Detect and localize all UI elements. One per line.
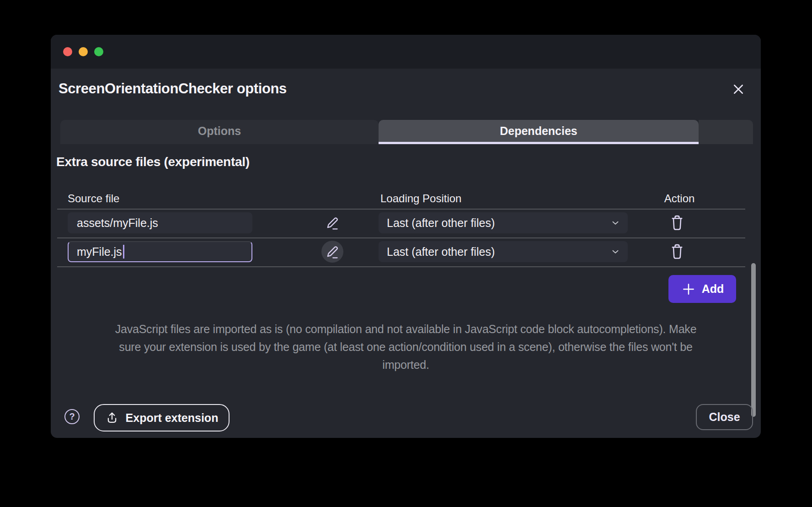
desktop-background: { "titlebar": { "traffic_lights": ["clos… xyxy=(0,0,812,507)
loading-position-value: Last (after other files) xyxy=(387,245,495,259)
text-cursor xyxy=(123,245,124,259)
delete-row-button[interactable] xyxy=(668,212,686,233)
dialog-title: ScreenOrientationChecker options xyxy=(59,81,287,97)
window-minimize-traffic-light[interactable] xyxy=(79,47,88,56)
source-file-value: assets/myFile.js xyxy=(77,216,158,230)
dialog-close-button[interactable] xyxy=(728,79,748,99)
import-note-line: JavaScript files are imported as is (no … xyxy=(59,320,753,338)
import-note: JavaScript files are imported as is (no … xyxy=(59,320,753,374)
x-icon xyxy=(732,82,745,96)
export-button-label: Export extension xyxy=(126,411,219,425)
column-header-source-file: Source file xyxy=(68,192,119,205)
delete-row-button[interactable] xyxy=(668,241,686,262)
loading-position-select[interactable]: Last (after other files) xyxy=(379,241,628,262)
export-extension-button[interactable]: Export extension xyxy=(94,404,230,431)
pen-icon xyxy=(324,243,341,260)
source-file-value: myFile.js xyxy=(77,245,122,259)
question-mark-icon: ? xyxy=(69,411,75,422)
loading-position-value: Last (after other files) xyxy=(387,216,495,230)
table-divider xyxy=(57,237,745,238)
upload-icon xyxy=(105,411,119,425)
edit-file-button[interactable] xyxy=(321,212,343,234)
table-divider xyxy=(57,209,745,210)
add-button-label: Add xyxy=(702,282,724,296)
import-note-line: sure your extension is used by the game … xyxy=(59,338,753,356)
close-button-label: Close xyxy=(709,410,740,424)
column-header-loading-position: Loading Position xyxy=(380,192,461,205)
column-header-action: Action xyxy=(641,192,718,205)
pen-icon xyxy=(324,215,341,231)
plus-icon xyxy=(681,281,696,297)
dialog-tabbar: Options Dependencies xyxy=(60,120,753,144)
table-divider xyxy=(57,266,745,267)
section-heading: Extra source files (experimental) xyxy=(56,155,250,169)
edit-file-button[interactable] xyxy=(321,241,343,263)
trash-icon xyxy=(668,213,686,232)
source-file-input[interactable]: assets/myFile.js xyxy=(68,212,252,233)
tabbar-filler xyxy=(699,120,753,144)
add-source-file-button[interactable]: Add xyxy=(668,275,736,303)
extension-options-dialog: ScreenOrientationChecker options Options… xyxy=(51,35,761,438)
import-note-line: imported. xyxy=(59,356,753,374)
window-titlebar xyxy=(51,35,761,69)
source-file-input[interactable]: myFile.js xyxy=(68,241,252,262)
window-close-traffic-light[interactable] xyxy=(63,47,72,56)
window-maximize-traffic-light[interactable] xyxy=(94,47,103,56)
tab-options[interactable]: Options xyxy=(60,120,379,144)
trash-icon xyxy=(668,242,686,261)
loading-position-select[interactable]: Last (after other files) xyxy=(379,212,628,233)
close-dialog-button[interactable]: Close xyxy=(696,404,753,430)
help-button[interactable]: ? xyxy=(64,409,80,424)
tab-dependencies[interactable]: Dependencies xyxy=(379,120,699,144)
chevron-down-icon xyxy=(610,247,620,257)
chevron-down-icon xyxy=(610,218,620,228)
